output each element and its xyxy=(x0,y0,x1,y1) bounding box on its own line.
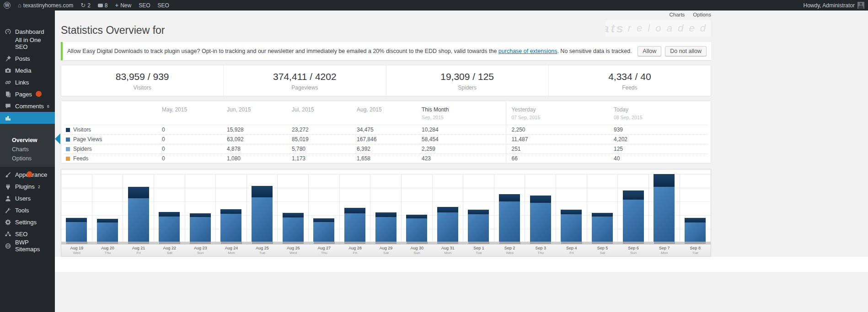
value-cell: 63,092 xyxy=(225,135,290,144)
chart-plot-cell xyxy=(309,174,340,242)
sidebar-item-tools[interactable]: Tools xyxy=(0,204,55,216)
bar-lower-segment xyxy=(220,214,241,242)
axis-date-label: Aug 31 xyxy=(433,246,464,250)
chart-bar-sep-6 xyxy=(623,190,644,242)
chart-baseline xyxy=(618,242,649,244)
tab-charts[interactable]: Charts xyxy=(669,12,685,17)
chart-bar-aug-22 xyxy=(159,212,180,242)
chart-column-sep-5: Sep 5Sat xyxy=(587,174,618,256)
sidebar-item-label: Users xyxy=(15,195,31,202)
chart-bar-aug-23 xyxy=(190,213,211,242)
chart-plot-cell xyxy=(340,174,371,242)
column-header-jul-2015: Jul, 2015 xyxy=(290,101,355,125)
sidebar-item-kstats[interactable] xyxy=(0,112,55,124)
row-label-cell: Page Views xyxy=(64,135,160,144)
seo-menu-1[interactable]: SEO xyxy=(135,0,154,11)
updates-link[interactable]: ↻2 xyxy=(77,0,94,11)
sidebar-item-links[interactable]: Links xyxy=(0,76,55,88)
chart-bar-sep-2 xyxy=(499,194,520,242)
axis-day-label: Tue xyxy=(463,251,494,255)
header-empty-cell xyxy=(64,101,160,125)
sidebar-item-plugins[interactable]: Plugins2 xyxy=(0,180,55,192)
axis-day-label: Thu xyxy=(92,251,123,255)
chart-baseline xyxy=(587,242,618,244)
submenu-item-options[interactable]: Options xyxy=(0,154,55,163)
axis-day-label: Mon xyxy=(649,251,680,255)
count-badge: 2 xyxy=(38,185,40,189)
seo-menu-2[interactable]: SEO xyxy=(154,0,172,11)
purchase-extensions-link[interactable]: purchase of extensions xyxy=(498,48,557,54)
sidebar-item-dashboard[interactable]: Dashboard xyxy=(0,26,55,37)
sidebar-item-comments[interactable]: Comments8 xyxy=(0,100,55,112)
avatar[interactable] xyxy=(857,2,864,9)
comments-link[interactable]: 8 xyxy=(94,0,112,11)
axis-day-label: Sat xyxy=(154,251,185,255)
axis-label-cell: Sep 2Wed xyxy=(494,244,525,256)
axis-day-label: Thu xyxy=(525,251,556,255)
submenu-item-overview[interactable]: Overview xyxy=(0,136,55,145)
stats-table: May, 2015Jun, 2015Jul, 2015Aug, 2015This… xyxy=(64,101,708,163)
sidebar-item-label: Tools xyxy=(15,207,29,214)
sidebar-item-media[interactable]: Media xyxy=(0,64,55,76)
table-row-feeds: Feeds01,0801,1731,6584236640 xyxy=(64,154,708,164)
column-header-this-month: This MonthSep, 2015 xyxy=(420,101,506,125)
do-not-allow-button[interactable]: Do not allow xyxy=(665,46,707,56)
bar-lower-segment xyxy=(592,217,613,242)
dashboard-icon xyxy=(4,27,12,36)
chart-column-sep-2: Sep 2Wed xyxy=(494,174,525,256)
tab-options[interactable]: Options xyxy=(693,12,711,17)
axis-date-label: Aug 21 xyxy=(123,246,154,250)
submenu-item-charts[interactable]: Charts xyxy=(0,145,55,154)
axis-label-cell: Aug 22Sat xyxy=(154,244,185,256)
axis-label-cell: Aug 24Mon xyxy=(216,244,247,256)
axis-date-label: Sep 4 xyxy=(556,246,587,250)
axis-day-label: Tue xyxy=(247,251,278,255)
chart-baseline xyxy=(123,242,154,244)
bar-shadow xyxy=(561,242,582,244)
sidebar-item-posts[interactable]: Posts xyxy=(0,53,55,64)
chart-plot-cell xyxy=(587,174,618,242)
row-label-cell: Spiders xyxy=(64,144,160,154)
bar-upper-segment xyxy=(499,194,520,201)
comment-bubble-icon xyxy=(98,4,103,7)
notice-buttons: Allow Do not allow xyxy=(638,46,707,56)
value-cell: 10,284 xyxy=(420,125,506,135)
chart-plot-cell xyxy=(185,174,216,242)
bar-lower-segment xyxy=(406,218,427,242)
axis-day-label: Sun xyxy=(618,251,649,255)
allow-button[interactable]: Allow xyxy=(638,46,661,56)
logo-reloaded: r e l o a d e d xyxy=(628,22,707,34)
chart-plot-cell xyxy=(92,174,123,242)
axis-date-label: Sep 7 xyxy=(649,246,680,250)
chart-bar-sep-3 xyxy=(530,196,551,242)
axis-label-cell: Aug 21Fri xyxy=(123,244,154,256)
sidebar-item-label: Comments xyxy=(15,103,44,110)
sidebar-item-appearance[interactable]: Appearance xyxy=(0,169,55,180)
chart-bar-aug-25 xyxy=(252,186,273,242)
stat-value: 19,309 / 125 xyxy=(386,71,548,82)
chart-bar-sep-1 xyxy=(468,210,489,242)
site-link[interactable]: ⌂texastinyhomes.com xyxy=(14,0,77,11)
wordpress-menu[interactable]: W xyxy=(0,0,14,11)
sidebar-item-settings[interactable]: Settings xyxy=(0,216,55,228)
sidebar-item-bwp-sitemaps[interactable]: BWP Sitemaps xyxy=(0,240,55,252)
bar-shadow xyxy=(407,242,428,244)
axis-label-cell: Sep 6Sun xyxy=(618,244,649,256)
axis-day-label: Mon xyxy=(216,251,247,255)
sidebar-menu-bottom: AppearancePlugins2UsersToolsSettingsSEOB… xyxy=(0,169,55,252)
stat-label: Visitors xyxy=(61,85,223,91)
sidebar-item-label: Posts xyxy=(15,55,30,62)
bar-lower-segment xyxy=(344,213,365,242)
chart-plot-cell xyxy=(525,174,556,242)
stat-label: Pageviews xyxy=(224,85,386,91)
bar-shadow xyxy=(128,242,149,244)
sidebar-item-pages[interactable]: Pages xyxy=(0,88,55,100)
new-content-link[interactable]: +New xyxy=(112,0,135,11)
sidebar-item-all-in-one-seo[interactable]: All in One SEO xyxy=(0,37,55,49)
howdy-account-link[interactable]: Howdy, Administrator xyxy=(804,2,855,9)
axis-day-label: Wed xyxy=(494,251,525,255)
axis-date-label: Aug 29 xyxy=(370,246,402,250)
sidebar-item-seo[interactable]: SEO xyxy=(0,228,55,240)
chart-plot-cell xyxy=(247,174,278,242)
sidebar-item-users[interactable]: Users xyxy=(0,192,55,204)
